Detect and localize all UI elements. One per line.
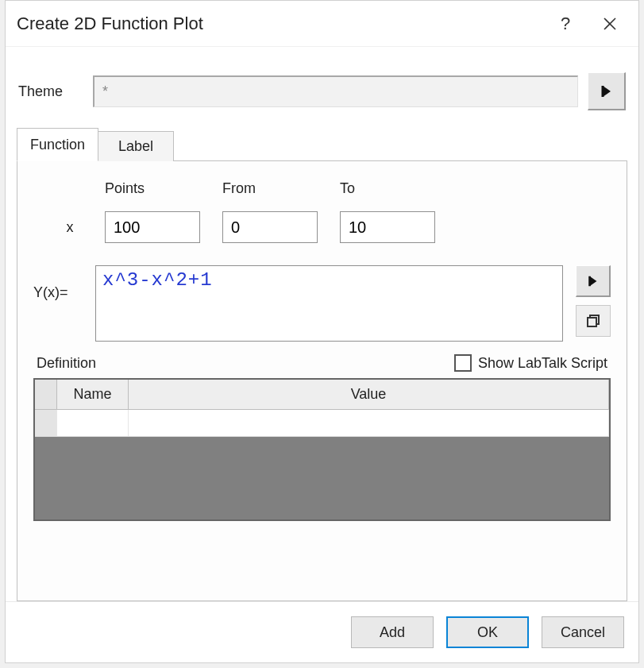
show-window-icon bbox=[585, 313, 601, 329]
y-expression-input[interactable]: x^3-x^2+1 bbox=[95, 265, 563, 342]
play-icon bbox=[600, 84, 614, 98]
header-to: To bbox=[340, 180, 435, 197]
svg-rect-7 bbox=[588, 318, 596, 326]
help-button[interactable]: ? bbox=[543, 8, 588, 40]
grid-header-value[interactable]: Value bbox=[129, 380, 609, 409]
y-side-buttons bbox=[576, 265, 611, 337]
tabstrip: Function Label bbox=[17, 128, 627, 161]
cell-value[interactable] bbox=[129, 410, 609, 436]
grid-empty-area bbox=[35, 437, 609, 519]
show-labtalk-checkbox[interactable]: Show LabTalk Script bbox=[454, 354, 607, 372]
show-in-window-button[interactable] bbox=[576, 305, 611, 337]
x-range-row: x bbox=[57, 211, 611, 243]
close-icon bbox=[603, 17, 617, 31]
definition-label: Definition bbox=[37, 355, 96, 372]
points-input[interactable] bbox=[105, 211, 200, 243]
dialog-buttons: Add OK Cancel bbox=[6, 601, 638, 662]
close-button[interactable] bbox=[588, 8, 632, 40]
from-input[interactable] bbox=[222, 211, 318, 243]
y-menu-button[interactable] bbox=[576, 265, 611, 297]
grid-header-corner[interactable] bbox=[35, 380, 57, 409]
x-label: x bbox=[57, 219, 83, 236]
theme-row: Theme * bbox=[18, 72, 626, 110]
dialog-title: Create 2D Function Plot bbox=[17, 14, 543, 34]
play-icon bbox=[587, 275, 600, 288]
y-expression-row: Y(x)= x^3-x^2+1 bbox=[33, 265, 611, 342]
header-from: From bbox=[222, 180, 318, 197]
titlebar: Create 2D Function Plot ? bbox=[6, 1, 638, 47]
theme-value: * bbox=[102, 83, 108, 100]
dialog-body: Theme * Function Label Points From To bbox=[6, 47, 638, 601]
definition-row: Definition Show LabTalk Script bbox=[37, 354, 607, 372]
row-handle[interactable] bbox=[35, 410, 57, 436]
grid-header: Name Value bbox=[35, 380, 609, 410]
show-labtalk-label: Show LabTalk Script bbox=[478, 355, 607, 372]
table-row[interactable] bbox=[35, 410, 609, 437]
cancel-button[interactable]: Cancel bbox=[542, 616, 624, 648]
add-button[interactable]: Add bbox=[351, 616, 434, 648]
ok-button[interactable]: OK bbox=[446, 616, 529, 648]
grid-header-name[interactable]: Name bbox=[57, 380, 129, 409]
theme-menu-button[interactable] bbox=[588, 72, 626, 110]
tab-pane-function: Points From To x Y(x)= x^3-x^2+1 bbox=[17, 160, 627, 601]
cell-name[interactable] bbox=[57, 410, 129, 436]
dialog-create-2d-function-plot: Create 2D Function Plot ? Theme * Functi… bbox=[5, 0, 639, 663]
grid-rows bbox=[35, 410, 609, 437]
to-input[interactable] bbox=[340, 211, 435, 243]
tab-label[interactable]: Label bbox=[98, 131, 174, 161]
y-label: Y(x)= bbox=[33, 265, 89, 301]
definition-grid: Name Value bbox=[33, 378, 611, 521]
tab-function[interactable]: Function bbox=[17, 128, 98, 161]
header-points: Points bbox=[105, 180, 200, 197]
checkbox-icon bbox=[454, 354, 472, 372]
theme-input[interactable]: * bbox=[93, 75, 578, 107]
range-headers: Points From To bbox=[105, 180, 611, 197]
theme-label: Theme bbox=[18, 83, 83, 100]
